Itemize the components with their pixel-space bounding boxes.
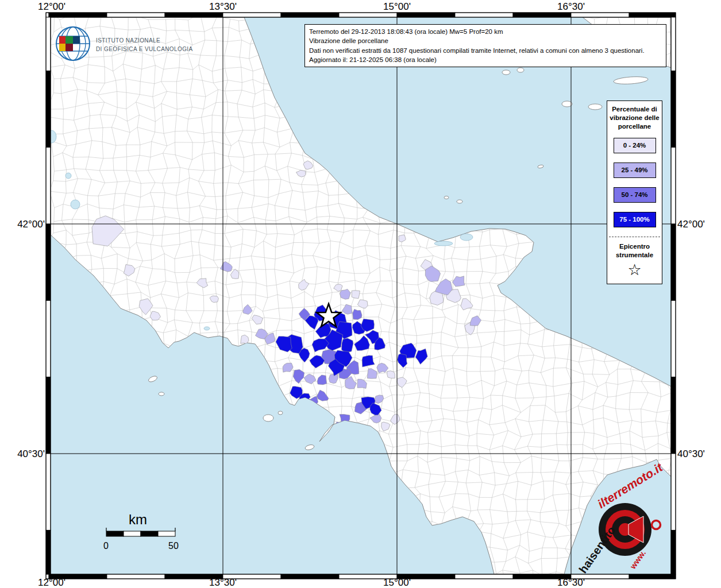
- island: [588, 104, 602, 110]
- info-line-2: Vibrazione delle porcellane: [309, 36, 662, 45]
- lat-label-right-0: 42°00': [677, 219, 719, 230]
- island: [517, 68, 524, 72]
- legend-swatch-75-100: 75 - 100%: [614, 212, 656, 227]
- lon-label-bottom-1: 13°30': [209, 577, 237, 588]
- municipality-intensity-region: [352, 291, 360, 299]
- ingv-globe-icon: [55, 26, 91, 61]
- island: [502, 70, 510, 75]
- municipality-intensity-region: [342, 338, 353, 353]
- legend-label-0-24: 0 - 24%: [623, 142, 646, 149]
- lon-label-bottom-2: 15°00': [383, 577, 411, 588]
- lon-label-top-2: 15°00': [383, 1, 411, 13]
- island: [457, 200, 462, 203]
- lat-label-left-0: 42°00': [3, 219, 45, 230]
- info-line-1: Terremoto del 29-12-2013 18:08:43 (ora l…: [309, 27, 662, 36]
- info-box: Terremoto del 29-12-2013 18:08:43 (ora l…: [304, 24, 666, 67]
- island: [278, 411, 283, 415]
- lon-label-top-1: 13°30': [209, 1, 237, 13]
- island: [562, 101, 572, 107]
- municipality-intensity-region: [353, 309, 362, 319]
- info-line-3: Dati non verificati estratti da 1087 que…: [309, 46, 662, 55]
- legend-box: Percentuale di vibrazione delle porcella…: [607, 100, 662, 284]
- legend-label-50-74: 50 - 74%: [621, 191, 647, 198]
- ingv-shakemap-page: haisentito ilterremoto.it www. ISTITUTO …: [0, 0, 721, 588]
- ingv-name: ISTITUTO NAZIONALE DI GEOFISICA E VULCAN…: [96, 34, 193, 53]
- municipality-intensity-region: [340, 289, 350, 299]
- legend-label-75-100: 75 - 100%: [619, 216, 649, 223]
- lat-label-left-1: 40°30': [3, 448, 45, 460]
- legend-divider: [609, 237, 660, 237]
- lake: [434, 241, 453, 246]
- legend-swatch-25-49: 25 - 49%: [614, 163, 656, 178]
- lat-label-right-1: 40°30': [677, 448, 719, 460]
- lon-label-top-0: 12°00': [38, 1, 65, 13]
- legend-swatch-0-24: 0 - 24%: [614, 138, 656, 153]
- island: [444, 196, 449, 199]
- lon-label-top-3: 16°30': [557, 1, 585, 13]
- ingv-logo: ISTITUTO NAZIONALE DI GEOFISICA E VULCAN…: [55, 26, 193, 61]
- lake: [65, 173, 71, 179]
- ingv-name-line1: ISTITUTO NAZIONALE: [96, 36, 193, 45]
- municipality-intensity-region: [387, 371, 395, 378]
- island: [263, 415, 273, 421]
- epicenter-star-symbol: ☆: [607, 262, 662, 278]
- scale-bar-unit: km: [129, 512, 147, 528]
- legend-swatch-50-74: 50 - 74%: [614, 187, 656, 203]
- scale-bar-min: 0: [103, 541, 109, 551]
- legend-epicenter-title: Epicentro strumentale: [607, 242, 662, 260]
- lon-label-bottom-3: 16°30': [557, 577, 585, 588]
- ingv-name-line2: DI GEOFISICA E VULCANOLOGIA: [96, 45, 193, 53]
- lake: [204, 327, 210, 330]
- lake: [460, 234, 473, 241]
- island: [159, 392, 164, 396]
- lake: [71, 200, 80, 209]
- legend-label-25-49: 25 - 49%: [621, 167, 647, 173]
- legend-title: Percentuale di vibrazione delle porcella…: [610, 105, 660, 131]
- scale-bar-max: 50: [168, 541, 179, 551]
- map-svg: haisentito ilterremoto.it www.: [0, 0, 721, 588]
- lon-label-bottom-0: 12°00': [38, 577, 65, 588]
- info-line-4: Aggiornato il: 21-12-2025 06:38 (ora loc…: [309, 55, 662, 64]
